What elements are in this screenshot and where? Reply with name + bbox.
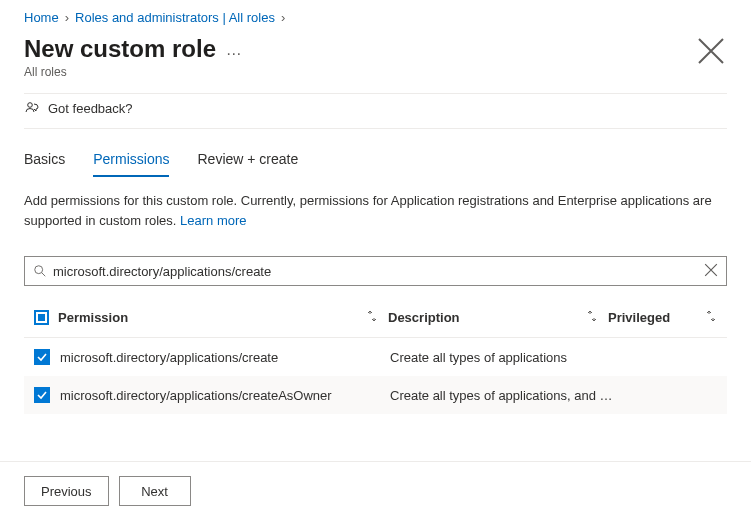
permission-description: Create all types of applications, and … (388, 388, 613, 403)
learn-more-link[interactable]: Learn more (180, 213, 246, 228)
close-icon (704, 263, 718, 277)
close-button[interactable] (695, 35, 727, 67)
check-icon (36, 351, 48, 363)
tab-permissions[interactable]: Permissions (93, 151, 169, 177)
row-checkbox[interactable] (34, 387, 50, 403)
table-header: Permission Description Privileged (24, 298, 727, 338)
permission-description: Create all types of applications (388, 350, 567, 365)
tab-basics[interactable]: Basics (24, 151, 65, 177)
table-row[interactable]: microsoft.directory/applications/create … (24, 338, 727, 376)
more-actions-button[interactable]: … (226, 41, 242, 58)
svg-line-2 (42, 273, 46, 277)
search-icon (33, 264, 47, 278)
header-permission[interactable]: Permission (58, 310, 128, 325)
feedback-bar[interactable]: Got feedback? (24, 93, 727, 129)
chevron-right-icon: › (65, 10, 69, 25)
tab-review[interactable]: Review + create (197, 151, 298, 177)
sort-icon[interactable] (586, 310, 598, 325)
footer: Previous Next (0, 461, 751, 520)
check-icon (36, 389, 48, 401)
next-button[interactable]: Next (119, 476, 191, 506)
search-box[interactable] (24, 256, 727, 286)
feedback-icon (24, 100, 40, 116)
close-icon (695, 35, 727, 67)
breadcrumb: Home › Roles and administrators | All ro… (24, 8, 727, 25)
select-all-checkbox[interactable] (34, 310, 49, 325)
tab-description: Add permissions for this custom role. Cu… (24, 191, 727, 230)
permission-name: microsoft.directory/applications/createA… (58, 388, 332, 403)
previous-button[interactable]: Previous (24, 476, 109, 506)
search-input[interactable] (47, 264, 702, 279)
breadcrumb-home[interactable]: Home (24, 10, 59, 25)
permissions-table: Permission Description Privileged micros… (24, 298, 727, 414)
table-row[interactable]: microsoft.directory/applications/createA… (24, 376, 727, 414)
tabs: Basics Permissions Review + create (24, 151, 727, 177)
breadcrumb-roles[interactable]: Roles and administrators | All roles (75, 10, 275, 25)
svg-point-0 (28, 103, 33, 108)
page-title: New custom role (24, 35, 216, 63)
row-checkbox[interactable] (34, 349, 50, 365)
svg-point-1 (35, 266, 43, 274)
sort-icon[interactable] (366, 310, 378, 325)
clear-search-button[interactable] (702, 263, 720, 280)
feedback-label: Got feedback? (48, 101, 133, 116)
sort-icon[interactable] (705, 310, 717, 325)
header-privileged[interactable]: Privileged (608, 310, 670, 325)
header-description[interactable]: Description (388, 310, 460, 325)
chevron-right-icon: › (281, 10, 285, 25)
page-subtitle: All roles (24, 65, 242, 79)
permission-name: microsoft.directory/applications/create (58, 350, 278, 365)
